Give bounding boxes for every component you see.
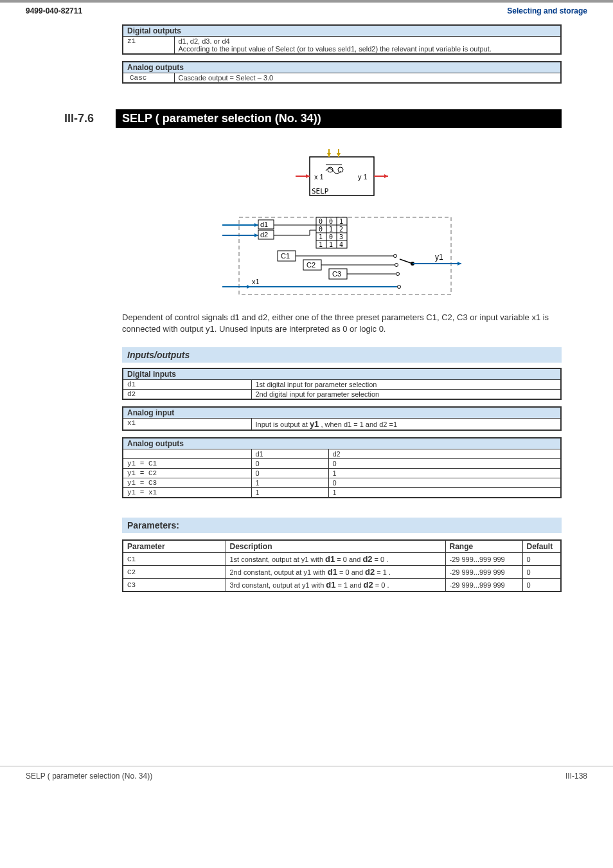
selp-block-icon: x 1 y 1 SELP [290, 147, 393, 205]
diag-d2: d2 [260, 231, 268, 239]
pt-r2-p: C3 [123, 579, 226, 592]
di-desc-1: 2nd digital input for parameter selectio… [251, 390, 561, 400]
svg-text:0: 0 [329, 233, 333, 240]
svg-marker-8 [306, 174, 310, 178]
footer-right: III-138 [565, 772, 587, 781]
chapter-title: Selecting and storage [507, 6, 587, 15]
svg-text:1: 1 [329, 226, 333, 233]
pt-r1-d: 2nd constant, output at y1 with d1 = 0 a… [226, 566, 445, 579]
diag-c1: C1 [281, 252, 290, 260]
pt-col-1: Description [226, 540, 445, 553]
section-number: III-7.6 [64, 109, 116, 128]
svg-text:1: 1 [329, 241, 333, 248]
section-heading: III-7.6 SELP ( parameter selection (No. … [64, 109, 613, 128]
svg-text:1: 1 [339, 218, 343, 225]
svg-marker-55 [458, 262, 461, 266]
digital-outputs-table: Digital outputs z1 d1, d2, d3. or d4 Acc… [122, 24, 562, 55]
svg-text:3: 3 [339, 233, 343, 240]
di-key-1: d2 [123, 390, 251, 400]
do-key: z1 [123, 37, 174, 55]
svg-text:0: 0 [319, 218, 323, 225]
aob-r3-e: y1 = x1 [123, 488, 251, 498]
analog-outputs-top-table: Analog outputs Casc Cascade output = Sel… [122, 61, 562, 84]
aob-r1-d1: 0 [251, 469, 328, 478]
ao-desc: Cascade output = Select – 3.0 [174, 73, 561, 84]
footer-left: SELP ( parameter selection (No. 34)) [26, 772, 152, 781]
aob-title: Analog outputs [123, 438, 561, 449]
svg-marker-10 [384, 174, 388, 178]
analog-input-table: Analog input x1 Input is output at y1 , … [122, 406, 562, 431]
pt-r0-d: 1st constant, output at y1 with d1 = 0 a… [226, 553, 445, 566]
digital-inputs-table: Digital inputs d11st digital input for p… [122, 368, 562, 400]
pt-r1-def: 0 [522, 566, 561, 579]
diag-y1: y 1 [358, 173, 368, 181]
pt-r0-r: -29 999...999 999 [445, 553, 522, 566]
aob-col-2: d2 [328, 449, 561, 459]
ai-code: y1 [310, 419, 319, 429]
pt-r1-p: C2 [123, 566, 226, 579]
analog-outputs-bottom-table: Analog outputs d1 d2 y1 = C100 y1 = C201… [122, 437, 562, 498]
svg-marker-16 [254, 233, 258, 237]
digital-outputs-title: Digital outputs [123, 25, 561, 37]
do-line1: d1, d2, d3. or d4 [179, 37, 230, 45]
page-footer: SELP ( parameter selection (No. 34)) III… [0, 766, 613, 793]
aob-r3-d1: 1 [251, 488, 328, 498]
diag-c2: C2 [306, 261, 315, 269]
section-title: SELP ( parameter selection (No. 34)) [116, 109, 562, 128]
svg-text:1: 1 [319, 241, 323, 248]
di-desc-0: 1st digital input for parameter selectio… [251, 380, 561, 390]
ai-key: x1 [123, 419, 251, 431]
aob-col-1: d1 [251, 449, 328, 459]
svg-point-48 [394, 255, 397, 258]
aob-r2-e: y1 = C3 [123, 478, 251, 488]
diag-label: SELP [312, 187, 329, 195]
page-header: 9499-040-82711 Selecting and storage [0, 3, 613, 18]
diag-x1b: x1 [252, 278, 260, 285]
aob-r0-d2: 0 [328, 459, 561, 469]
params-heading: Parameters: [122, 518, 562, 533]
io-heading: Inputs/outputs [122, 347, 562, 363]
diag-y1b: y1 [435, 253, 443, 262]
diag-c3: C3 [332, 270, 341, 278]
pt-r2-def: 0 [522, 579, 561, 592]
svg-text:0: 0 [319, 226, 323, 233]
svg-point-51 [398, 285, 401, 289]
svg-marker-13 [254, 223, 258, 227]
logic-diagram: d1 d2 001 012 103 114 C1 C2 C3 x1 [122, 211, 562, 303]
doc-number: 9499-040-82711 [26, 6, 82, 15]
svg-text:2: 2 [339, 226, 343, 233]
pt-col-0: Parameter [123, 540, 226, 553]
pt-r0-p: C1 [123, 553, 226, 566]
diag-d1: d1 [260, 221, 268, 228]
description-text: Dependent of control signals d1 and d2, … [122, 312, 562, 334]
aob-r3-d2: 1 [328, 488, 561, 498]
pt-col-3: Default [522, 540, 561, 553]
pt-r0-def: 0 [522, 553, 561, 566]
svg-marker-2 [327, 153, 331, 157]
di-key-0: d1 [123, 380, 251, 390]
pt-col-2: Range [445, 540, 522, 553]
aob-r0-d1: 0 [251, 459, 328, 469]
ai-title: Analog input [123, 407, 561, 419]
svg-point-49 [395, 264, 398, 267]
aob-r0-e: y1 = C1 [123, 459, 251, 469]
ai-pre: Input is output at [256, 420, 310, 428]
aob-col-0 [123, 449, 251, 459]
svg-text:0: 0 [329, 218, 333, 225]
di-title: Digital inputs [123, 368, 561, 380]
aob-r2-d2: 0 [328, 478, 561, 488]
svg-line-53 [400, 259, 413, 264]
diag-x1: x 1 [314, 173, 324, 181]
selp-logic-icon: d1 d2 001 012 103 114 C1 C2 C3 x1 [220, 211, 464, 301]
aob-r1-e: y1 = C2 [123, 469, 251, 478]
aob-r1-d2: 1 [328, 469, 561, 478]
svg-marker-47 [247, 285, 251, 289]
pt-r1-r: -29 999...999 999 [445, 566, 522, 579]
svg-point-50 [396, 273, 400, 276]
parameters-table: Parameter Description Range Default C1 1… [122, 539, 562, 592]
do-desc: d1, d2, d3. or d4 According to the input… [174, 37, 561, 55]
ao-key: Casc [123, 73, 174, 84]
pt-r2-d: 3rd constant, output at y1 with d1 = 1 a… [226, 579, 445, 592]
pt-r2-r: -29 999...999 999 [445, 579, 522, 592]
aob-r2-d1: 1 [251, 478, 328, 488]
